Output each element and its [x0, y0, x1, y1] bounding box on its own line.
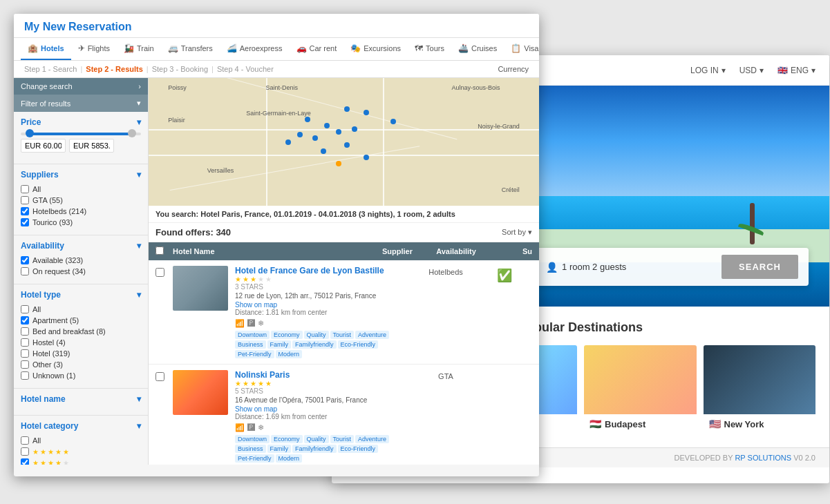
parking-icon: 🅿	[247, 319, 255, 328]
rp-solutions-link[interactable]: RP SOLUTIONS	[735, 454, 791, 462]
aeroexpress-icon: 🚄	[227, 43, 237, 53]
visas-icon: 📋	[511, 43, 521, 53]
suppliers-chevron-icon: ▾	[137, 170, 141, 180]
hotel-amenities-1: Downtown Economy Quality Tourist Adventu…	[235, 331, 415, 358]
hotelname-chevron-icon: ▾	[137, 394, 141, 404]
price-min-input[interactable]	[21, 139, 66, 153]
breadcrumb-step1[interactable]: Step 1 - Search	[24, 65, 77, 73]
guests-input[interactable]: 👤 1 room 2 guests	[546, 262, 715, 273]
hotel-check-2[interactable]	[155, 370, 173, 383]
hotel-category-filter-title[interactable]: Hotel category ▾	[21, 421, 141, 431]
price-range-track[interactable]	[21, 133, 141, 135]
chevron-down-icon: ▾	[137, 99, 141, 108]
ac-icon: ❄	[258, 319, 264, 328]
tab-train[interactable]: 🚂 Train	[117, 38, 161, 60]
hotel-name-1[interactable]: Hotel de France Gare de Lyon Bastille	[235, 266, 415, 275]
hotel-details-2: Nolinski Paris ★★★★★ 5 STARS 16 Avenue d…	[235, 370, 415, 463]
main-content: Change search › Filter of results ▾ Pric…	[14, 78, 539, 465]
ac-icon2: ❄	[258, 423, 264, 432]
breadcrumb-step2[interactable]: Step 2 - Results	[86, 65, 143, 73]
tab-cruises[interactable]: 🚢 Cruises	[451, 38, 504, 60]
hotel-details-1: Hotel de France Gare de Lyon Bastille ★★…	[235, 266, 415, 358]
price-filter-title[interactable]: Price ▾	[21, 117, 141, 127]
destination-budapest[interactable]: 🇭🇺 Budapest	[584, 345, 697, 434]
sort-by[interactable]: Sort by ▾	[502, 228, 532, 237]
tab-carrent[interactable]: 🚗 Car rent	[290, 38, 344, 60]
th-hotel-name[interactable]: Hotel Name	[173, 247, 366, 255]
avail-on-request[interactable]: On request (34)	[21, 267, 141, 275]
suppliers-filter: Suppliers ▾ All GTA (55) Hotelbeds (214)…	[14, 164, 148, 235]
tab-aeroexpress[interactable]: 🚄 Aeroexpress	[220, 38, 290, 60]
avail-available[interactable]: Available (323)	[21, 256, 141, 264]
th-checkbox[interactable]	[155, 246, 173, 256]
language-selector[interactable]: 🇬🇧 ENG ▾	[777, 66, 815, 75]
type-other[interactable]: Other (3)	[21, 360, 141, 369]
tab-visas[interactable]: 📋 Visas	[504, 38, 539, 60]
th-availability[interactable]: Availability	[428, 247, 484, 255]
front-panel: My New Reservation 🏨 Hotels ✈ Flights 🚂 …	[14, 14, 539, 476]
table-header: Hotel Name Supplier Availability Su	[149, 242, 539, 260]
type-apartment[interactable]: Apartment (5)	[21, 316, 141, 324]
cat-all[interactable]: All	[21, 436, 141, 445]
found-offers: Found offers: 340	[155, 227, 231, 238]
search-button[interactable]: SEARCH	[721, 255, 798, 279]
tab-transfers[interactable]: 🚐 Transfers	[161, 38, 220, 60]
results-area: Map	[149, 78, 539, 465]
hotel-avail-2	[477, 370, 532, 372]
hotel-avail-1: ✅	[477, 266, 532, 283]
currency-label: Currency	[498, 65, 529, 73]
cat-5star[interactable]: ★★★★★	[21, 447, 141, 456]
tab-tours[interactable]: 🗺 Tours	[408, 38, 451, 60]
sidebar: Change search › Filter of results ▾ Pric…	[14, 78, 149, 465]
hotel-check-1[interactable]	[155, 266, 173, 279]
supplier-tourico[interactable]: Tourico (93)	[21, 218, 141, 226]
supplier-all[interactable]: All	[21, 185, 141, 193]
hotel-img-1	[173, 266, 228, 311]
hotel-card-2: Nolinski Paris ★★★★★ 5 STARS 16 Avenue d…	[149, 365, 539, 465]
hotel-map-link-1[interactable]: Show on map	[235, 301, 415, 309]
hoteltype-chevron-icon: ▾	[137, 290, 141, 300]
supplier-hotelbeds[interactable]: Hotelbeds (214)	[21, 207, 141, 215]
th-price[interactable]: Su	[484, 247, 532, 255]
hotel-name-2[interactable]: Nolinski Paris	[235, 370, 415, 380]
hotel-name-filter-title[interactable]: Hotel name ▾	[21, 394, 141, 404]
hotel-icons-2: 📶 🅿 ❄	[235, 423, 415, 432]
type-bnb[interactable]: Bed and breakfast (8)	[21, 327, 141, 336]
carrent-icon: 🚗	[296, 43, 307, 53]
type-unknown[interactable]: Unknown (1)	[21, 371, 141, 380]
hotel-icons-1: 📶 🅿 ❄	[235, 319, 415, 328]
destination-newyork[interactable]: 🇺🇸 New York	[704, 345, 816, 434]
hotel-img-2	[173, 370, 228, 415]
tab-excursions[interactable]: 🎭 Excursions	[343, 38, 408, 60]
suppliers-filter-title[interactable]: Suppliers ▾	[21, 170, 141, 180]
tab-flights[interactable]: ✈ Flights	[71, 38, 117, 60]
supplier-gta[interactable]: GTA (55)	[21, 196, 141, 204]
price-min-thumb[interactable]	[26, 129, 34, 137]
tab-hotels[interactable]: 🏨 Hotels	[21, 38, 71, 60]
type-all[interactable]: All	[21, 305, 141, 313]
filter-results-header[interactable]: Filter of results ▾	[14, 95, 148, 112]
hotel-map-link-2[interactable]: Show on map	[235, 405, 415, 413]
breadcrumb-step3[interactable]: Step 3 - Booking	[152, 65, 208, 73]
breadcrumb-step4[interactable]: Step 4 - Voucher	[217, 65, 274, 73]
wifi-icon2: 📶	[235, 423, 245, 432]
change-search-header[interactable]: Change search ›	[14, 78, 148, 95]
cruises-icon: 🚢	[458, 43, 469, 53]
availability-filter: Availability ▾ Available (323) On reques…	[14, 235, 148, 284]
destination-newyork-label: 🇺🇸 New York	[704, 414, 816, 434]
hotel-distance-2: Distance: 1.69 km from center	[235, 413, 415, 420]
type-hotel[interactable]: Hotel (319)	[21, 349, 141, 358]
cat-4star[interactable]: ★★★★★	[21, 458, 141, 465]
availability-filter-title[interactable]: Availability ▾	[21, 241, 141, 251]
price-max-input[interactable]	[69, 139, 114, 153]
tours-icon: 🗺	[415, 43, 423, 53]
login-button[interactable]: LOG IN ▾	[690, 66, 726, 75]
currency-selector[interactable]: USD ▾	[739, 66, 764, 75]
hotel-card-1: Hotel de France Gare de Lyon Bastille ★★…	[149, 260, 539, 365]
type-hostel[interactable]: Hostel (4)	[21, 338, 141, 347]
hotel-address-2: 16 Avenue de l'Opéra, 75001 Paris, Franc…	[235, 396, 415, 404]
results-header: Found offers: 340 Sort by ▾	[149, 223, 539, 242]
hotel-type-filter-title[interactable]: Hotel type ▾	[21, 290, 141, 300]
th-supplier[interactable]: Supplier	[366, 247, 428, 255]
price-max-thumb[interactable]	[128, 129, 136, 137]
